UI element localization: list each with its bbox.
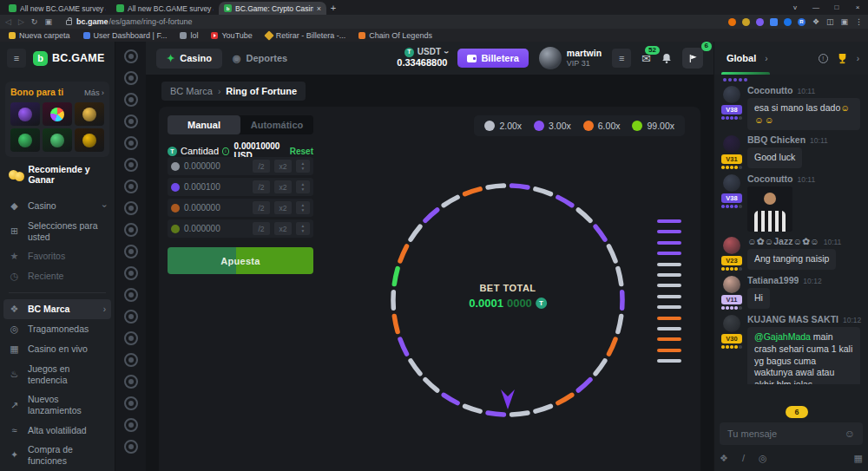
hamburger-icon[interactable]: ≡ <box>7 49 26 68</box>
bonus-wheel-tile[interactable] <box>43 102 72 126</box>
chevron-right-icon[interactable]: › <box>765 54 767 63</box>
url-bar[interactable]: bc.game /es/game/ring-of-fortune <box>59 17 721 26</box>
game-category-icon[interactable] <box>124 114 138 128</box>
chat-image[interactable] <box>747 186 792 232</box>
avatar[interactable] <box>723 86 740 103</box>
message-username[interactable]: BBQ Chicken <box>747 134 806 145</box>
gif-keyboard-icon[interactable]: ▦ <box>854 453 863 464</box>
puzzle-icon[interactable]: ❖ <box>812 17 819 26</box>
minimize-icon[interactable]: — <box>806 3 826 11</box>
tab-casino[interactable]: ✦ Casino <box>156 49 222 69</box>
game-category-icon[interactable] <box>124 353 138 367</box>
sidebar-item-tragamonedas[interactable]: ◎Tragamonedas <box>0 319 115 339</box>
game-category-icon[interactable] <box>124 223 138 237</box>
profile-icon[interactable]: ▣ <box>840 17 848 26</box>
chat-user[interactable]: V23 <box>720 237 744 271</box>
browser-tab[interactable]: All new BC.GAME survey & feedback r <box>3 2 111 15</box>
bookmark-item[interactable]: lol <box>180 31 198 40</box>
ext-purple-icon[interactable] <box>756 18 764 26</box>
avatar[interactable] <box>539 47 562 69</box>
sidebar-item-alta-volatilidad[interactable]: ≈Alta volatilidad <box>0 421 115 441</box>
quick-menu-button[interactable]: ≡ <box>612 49 631 68</box>
ext-r-icon[interactable]: R <box>798 18 806 26</box>
chat-user[interactable]: V31 <box>720 135 744 169</box>
avatar[interactable] <box>723 135 740 153</box>
reload-icon[interactable]: ↻ <box>31 17 38 26</box>
bonus-cash-tile[interactable] <box>43 128 72 152</box>
side-panel-icon[interactable]: ◫ <box>826 17 834 26</box>
sidebar-item-casino[interactable]: ◆Casino› <box>0 196 115 216</box>
message-username[interactable]: KUJANG MAS SAKTI <box>747 314 838 324</box>
bookmark-item[interactable]: Retirar - Billetera -... <box>266 31 346 40</box>
game-category-icon[interactable] <box>124 201 138 215</box>
chat-input[interactable]: Tu mensaje ☺ <box>720 422 863 445</box>
chat-channel-tab[interactable]: Global <box>723 53 760 63</box>
game-category-icon[interactable] <box>124 180 138 193</box>
sidebar-item-favoritos[interactable]: ★Favoritos <box>0 246 115 266</box>
back-icon[interactable]: ◁ <box>5 17 11 26</box>
balance-selector[interactable]: T USDT › 0.33468800 <box>397 47 447 69</box>
game-category-icon[interactable] <box>124 266 138 280</box>
game-category-icon[interactable] <box>124 158 138 172</box>
sidebar-item-selecciones-para-usted[interactable]: ⊞Selecciones para usted <box>0 216 115 246</box>
bonus-potion-tile[interactable] <box>10 128 40 152</box>
chat-rules-icon[interactable]: ! <box>819 54 828 63</box>
game-category-icon[interactable] <box>124 396 138 410</box>
bookmark-item[interactable]: User Dashboard | F... <box>83 31 168 40</box>
sidebar-item-reciente[interactable]: ◷Reciente <box>0 266 115 286</box>
game-category-icon[interactable] <box>124 245 138 258</box>
chat-user[interactable]: V11 <box>720 276 744 310</box>
bookmark-item[interactable]: Chain Of Legends <box>358 31 432 40</box>
wallet-button[interactable]: Billetera <box>457 49 528 68</box>
message-username[interactable]: ☺✿☺Jazz☺✿☺ <box>747 236 819 246</box>
bookmark-item[interactable]: Nueva carpeta <box>9 31 70 40</box>
game-category-icon[interactable] <box>124 71 138 85</box>
game-category-icon[interactable] <box>124 49 138 63</box>
game-category-icon[interactable] <box>124 136 138 150</box>
ext-orange-icon[interactable] <box>728 18 736 26</box>
collapse-chat-icon[interactable]: › <box>857 54 859 63</box>
chat-user[interactable]: V30 <box>720 315 744 349</box>
bonus-more-link[interactable]: Más› <box>84 88 104 97</box>
maximize-icon[interactable]: □ <box>826 3 847 11</box>
browser-tab[interactable]: All new BC.GAME survey & feedback r <box>111 2 219 15</box>
dice-shortcut-icon[interactable]: ❖ <box>720 453 728 464</box>
new-tab-button[interactable]: + <box>326 2 340 15</box>
unread-count-pill[interactable]: 6 <box>786 406 808 418</box>
browser-tab[interactable]: bBC.Game: Crypto Casino Games &× <box>219 2 326 15</box>
mail-button[interactable]: ✉ 52 <box>641 52 651 65</box>
sidebar-item-casino-en-vivo[interactable]: ▦Casino en vivo <box>0 339 115 359</box>
browser-more-icon[interactable]: ⋮ <box>855 17 863 26</box>
game-category-icon[interactable] <box>124 93 138 107</box>
logo[interactable]: b BC.GAME <box>33 51 104 66</box>
user-profile[interactable]: martwin VIP 31 <box>539 47 602 69</box>
message-username[interactable]: Tatiana1999 <box>747 275 799 285</box>
game-category-icon[interactable] <box>124 310 138 324</box>
sidebar-item-compra-de-funciones[interactable]: ✦Compra de funciones <box>0 440 115 470</box>
avatar[interactable] <box>723 276 740 293</box>
bookmark-tab-icon[interactable]: ▣ <box>44 17 52 26</box>
ext-gold-icon[interactable] <box>742 18 750 26</box>
close-icon[interactable]: × <box>847 3 868 11</box>
tip-coin-icon[interactable]: ◎ <box>759 453 767 464</box>
chat-toggle-button[interactable]: 6 <box>682 48 703 69</box>
notifications-button[interactable] <box>661 53 672 64</box>
avatar[interactable] <box>723 315 740 332</box>
chat-user[interactable]: V38 <box>720 174 744 208</box>
emoji-icon[interactable]: ☺ <box>845 428 855 440</box>
message-username[interactable]: Coconutto <box>747 173 793 184</box>
sidebar-item-bc-marca[interactable]: ❖BC Marca› <box>3 299 111 319</box>
chat-user[interactable]: V38 <box>720 86 744 120</box>
sidebar-item-juegos-en-tendencia[interactable]: ♨Juegos en tendencia <box>0 359 115 389</box>
referral-link[interactable]: Recomiende y Ganar <box>0 157 115 191</box>
forward-icon[interactable]: ▷ <box>18 17 24 26</box>
ext-blue-icon[interactable] <box>784 18 792 26</box>
game-category-icon[interactable] <box>124 418 138 432</box>
sidebar-item-nuevos-lanzamientos[interactable]: ↗Nuevos lanzamientos <box>0 389 115 420</box>
bonus-spin-tile[interactable] <box>10 102 40 126</box>
ext-blue-square-icon[interactable] <box>770 18 778 26</box>
bookmark-item[interactable]: YouTube <box>211 31 252 40</box>
close-tab-icon[interactable]: × <box>317 4 321 13</box>
game-category-icon[interactable] <box>124 331 138 345</box>
browser-menu-icon[interactable]: v <box>785 3 806 11</box>
